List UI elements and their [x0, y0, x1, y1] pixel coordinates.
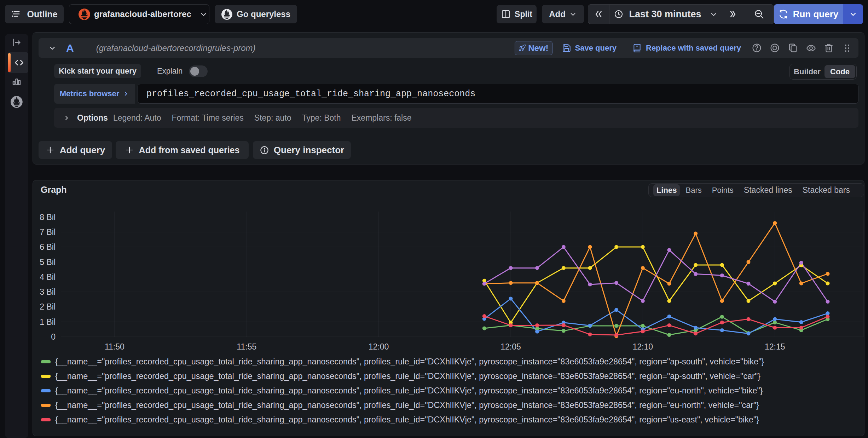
svg-text:5 Bil: 5 Bil: [40, 258, 56, 267]
svg-text:4 Bil: 4 Bil: [40, 272, 56, 282]
svg-text:6 Bil: 6 Bil: [40, 242, 56, 252]
svg-text:3 Bil: 3 Bil: [40, 287, 56, 296]
svg-text:11:50: 11:50: [105, 342, 125, 351]
svg-text:7 Bil: 7 Bil: [40, 227, 56, 237]
svg-text:12:15: 12:15: [765, 342, 785, 351]
svg-text:12:05: 12:05: [500, 342, 521, 351]
svg-text:1 Bil: 1 Bil: [40, 317, 56, 327]
svg-text:0: 0: [51, 332, 56, 341]
svg-text:12:00: 12:00: [369, 342, 389, 351]
svg-text:2 Bil: 2 Bil: [40, 302, 56, 311]
svg-text:11:55: 11:55: [237, 342, 256, 351]
svg-text:12:10: 12:10: [633, 342, 653, 351]
svg-text:8 Bil: 8 Bil: [40, 213, 56, 222]
